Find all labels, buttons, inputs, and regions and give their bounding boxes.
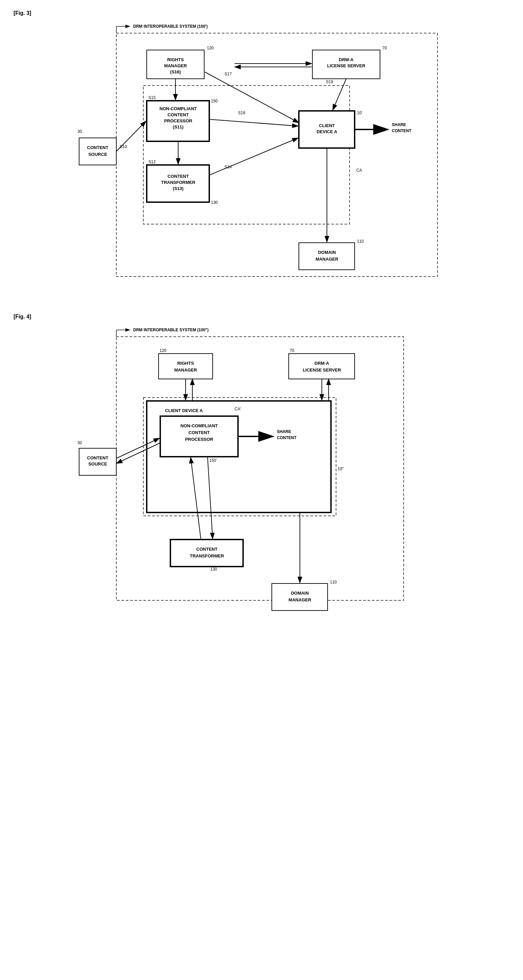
fig3-transformer-label3: (S13): [173, 186, 184, 191]
fig3-s17: S17: [224, 72, 232, 76]
fig4-rights-label1: RIGHTS: [177, 361, 194, 366]
fig3-n150: 150: [211, 99, 218, 103]
svg-line-17: [205, 72, 299, 123]
fig4-rights-label2: MANAGER: [174, 368, 197, 372]
svg-rect-33: [289, 353, 354, 379]
svg-rect-14: [299, 243, 354, 270]
svg-rect-38: [272, 584, 327, 611]
fig3-noncompliant-label1: NON-COMPLIANT: [159, 106, 197, 111]
svg-line-21: [333, 79, 346, 110]
svg-rect-32: [159, 353, 213, 379]
fig4-share-label1: SHARE: [277, 429, 291, 434]
fig4-client-label1: CLIENT DEVICE A: [165, 408, 203, 413]
fig3-ca: CA: [356, 168, 362, 173]
fig4-system-label: DRM INTEROPERABLE SYSTEM (100"): [133, 328, 208, 332]
fig3-drm-label: DRM-A: [339, 57, 354, 62]
fig3-s19: S19: [326, 80, 333, 84]
fig3-n70: 70: [382, 46, 387, 50]
fig3-n120: 120: [207, 46, 214, 50]
svg-line-18: [209, 119, 298, 126]
fig3-noncompliant-label4: (S11): [173, 124, 184, 129]
fig3-rights-manager-label3: (S16): [170, 69, 181, 74]
fig4-label: [Fig. 4]: [14, 314, 509, 320]
fig4-transformer-label1: CONTENT: [196, 547, 218, 552]
fig4-n10pp: 10": [338, 466, 344, 471]
fig3-system-label: DRM INTEROPERABLE SYSTEM (100'): [133, 24, 208, 29]
svg-rect-35: [160, 416, 238, 457]
fig3-s18: S18: [238, 111, 245, 115]
fig3-s12: S12: [148, 159, 156, 164]
fig3-n10p: 10': [357, 111, 362, 115]
fig3-transformer-label1: CONTENT: [167, 174, 189, 179]
fig3-diagram: DRM INTEROPERABLE SYSTEM (100') CONTENT …: [76, 23, 448, 300]
svg-rect-37: [170, 539, 243, 566]
fig4-content-source-label2: SOURCE: [88, 461, 107, 466]
fig4-n150p: 150': [209, 458, 217, 463]
fig3-container: [Fig. 3] DRM INTEROPERABLE SYSTEM (100')…: [14, 10, 509, 300]
fig4-n120: 120: [160, 348, 166, 353]
fig3-domain-label2: MANAGER: [315, 256, 339, 262]
fig4-drm-label2: LICENSE SERVER: [302, 368, 341, 372]
fig3-rights-manager-label2: MANAGER: [164, 63, 187, 68]
fig4-content-source-label1: CONTENT: [87, 455, 108, 460]
fig3-share-label2: CONTENT: [392, 129, 412, 133]
fig4-transformer-label2: TRANSFORMER: [190, 554, 224, 558]
fig3-noncompliant-label2: CONTENT: [167, 112, 189, 117]
fig3-s10: S10: [120, 144, 127, 149]
fig4-n110: 110: [330, 580, 337, 584]
svg-rect-7: [79, 138, 116, 165]
fig4-noncompliant-label1: NON-COMPLIANT: [180, 423, 218, 428]
fig3-drm-label2: LICENSE SERVER: [327, 63, 366, 68]
fig4-domain-label2: MANAGER: [288, 597, 312, 602]
fig4-domain-label1: DOMAIN: [291, 590, 308, 596]
fig3-domain-label1: DOMAIN: [318, 250, 336, 255]
fig4-n70: 70: [290, 348, 294, 353]
fig3-n130: 130: [211, 200, 218, 205]
fig4-drm-label1: DRM-A: [315, 361, 329, 366]
fig3-content-source-label2: SOURCE: [88, 152, 107, 157]
fig4-share-label2: CONTENT: [277, 435, 297, 440]
fig3-share-label1: SHARE: [392, 123, 406, 127]
fig3-client-label1: CLIENT: [319, 123, 335, 128]
fig4-cap: CA': [235, 407, 241, 411]
fig4-noncompliant-label3: PROCESSOR: [185, 437, 213, 442]
fig3-content-source-label: CONTENT: [87, 145, 108, 150]
fig4-diagram: DRM INTEROPERABLE SYSTEM (100") CONTENT …: [76, 326, 448, 631]
fig3-client-label2: DEVICE A: [316, 129, 337, 134]
fig4-noncompliant-label2: CONTENT: [188, 430, 210, 435]
fig4-n130: 130: [210, 567, 217, 572]
fig3-rights-manager-label: RIGHTS: [167, 57, 184, 62]
svg-line-20: [209, 138, 298, 175]
fig3-n110: 110: [357, 239, 364, 244]
fig3-n30: 30: [78, 129, 82, 134]
fig3-transformer-label2: TRANSFORMER: [161, 180, 196, 185]
fig3-label: [Fig. 3]: [14, 10, 509, 16]
fig3-noncompliant-label3: PROCESSOR: [164, 118, 192, 123]
fig3-s15: S15: [148, 95, 156, 100]
fig4-n30: 30: [78, 441, 82, 445]
fig4-container: [Fig. 4] DRM INTEROPERABLE SYSTEM (100")…: [14, 314, 509, 631]
